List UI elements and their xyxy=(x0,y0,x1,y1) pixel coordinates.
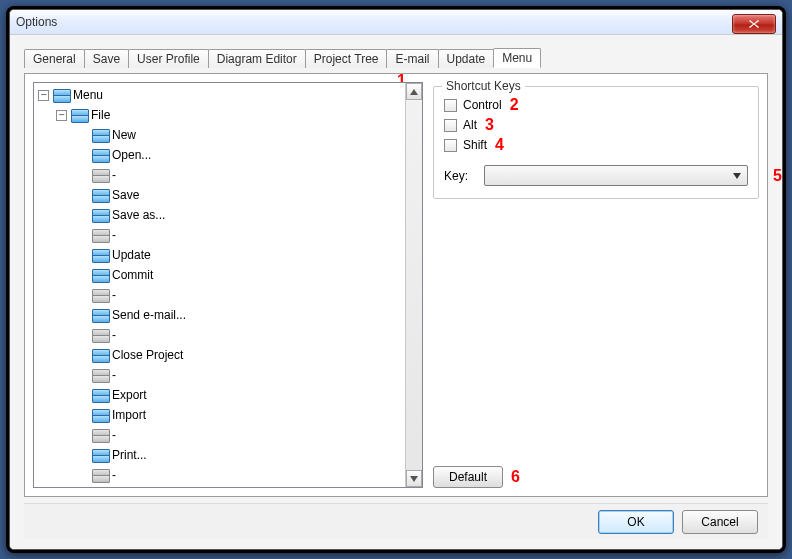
annotation-6: 6 xyxy=(511,468,520,486)
menu-item-icon xyxy=(92,128,108,142)
tree-label: Close Project xyxy=(112,348,183,362)
tree-row[interactable]: Import xyxy=(36,405,405,425)
titlebar[interactable]: Options xyxy=(10,10,782,35)
separator-icon xyxy=(92,228,108,242)
tree-row-menu[interactable]: − Menu xyxy=(36,85,405,105)
tree-row[interactable]: - xyxy=(36,365,405,385)
separator-icon xyxy=(92,468,108,482)
menu-item-icon xyxy=(92,208,108,222)
tree-row[interactable]: - xyxy=(36,165,405,185)
tree-row[interactable]: Print... xyxy=(36,445,405,465)
tab-strip: General Save User Profile Diagram Editor… xyxy=(24,45,768,67)
collapse-icon[interactable]: − xyxy=(38,90,49,101)
ok-button[interactable]: OK xyxy=(598,510,674,534)
tree-row[interactable]: - xyxy=(36,465,405,485)
tree-row[interactable]: Save xyxy=(36,185,405,205)
scroll-track[interactable] xyxy=(406,100,422,470)
menu-item-icon xyxy=(92,188,108,202)
tab-diagram-editor[interactable]: Diagram Editor xyxy=(208,49,306,68)
tree-label: - xyxy=(112,228,116,242)
control-checkbox[interactable] xyxy=(444,99,457,112)
tab-email[interactable]: E-mail xyxy=(386,49,438,68)
menu-item-icon xyxy=(92,268,108,282)
separator-icon xyxy=(92,288,108,302)
tree-label: - xyxy=(112,468,116,482)
tree-label: Print... xyxy=(112,448,147,462)
tab-update[interactable]: Update xyxy=(438,49,495,68)
separator-icon xyxy=(92,328,108,342)
window-title: Options xyxy=(16,15,57,29)
annotation-5: 5 xyxy=(773,167,782,185)
shift-checkbox[interactable] xyxy=(444,139,457,152)
menu-item-icon xyxy=(92,348,108,362)
file-folder-icon xyxy=(71,108,87,122)
chevron-down-icon xyxy=(410,476,418,482)
tree-label: - xyxy=(112,368,116,382)
tree-label: Open... xyxy=(112,148,151,162)
tab-user-profile[interactable]: User Profile xyxy=(128,49,209,68)
menu-item-icon xyxy=(92,308,108,322)
separator-icon xyxy=(92,168,108,182)
shift-label: Shift xyxy=(463,138,487,152)
chevron-up-icon xyxy=(410,89,418,95)
tree-label: Export xyxy=(112,388,147,402)
alt-checkbox[interactable] xyxy=(444,119,457,132)
tree-label: Send e-mail... xyxy=(112,308,186,322)
tree-row[interactable]: New xyxy=(36,125,405,145)
tree-label: Save as... xyxy=(112,208,165,222)
menu-item-icon xyxy=(92,248,108,262)
key-combobox[interactable] xyxy=(484,165,748,186)
tree-row[interactable]: Close Project xyxy=(36,345,405,365)
tree-row[interactable]: Commit xyxy=(36,265,405,285)
tree-label: File xyxy=(91,108,110,122)
tree-label: Import xyxy=(112,408,146,422)
separator-icon xyxy=(92,428,108,442)
tree-scrollbar[interactable] xyxy=(405,83,422,487)
scroll-down-button[interactable] xyxy=(406,470,422,487)
annotation-3: 3 xyxy=(485,116,494,134)
tree-label: Menu xyxy=(73,88,103,102)
menu-item-icon xyxy=(92,148,108,162)
collapse-icon[interactable]: − xyxy=(56,110,67,121)
tree-row[interactable]: Save as... xyxy=(36,205,405,225)
tab-menu[interactable]: Menu xyxy=(493,48,541,68)
menu-tree[interactable]: − Menu − File NewOpen...-SaveSave as...-… xyxy=(33,82,423,488)
tree-row-file[interactable]: − File xyxy=(36,105,405,125)
tree-label: Save xyxy=(112,188,139,202)
group-label: Shortcut Keys xyxy=(442,79,525,93)
options-dialog: Options General Save User Profile Diagra… xyxy=(9,9,783,550)
scroll-up-button[interactable] xyxy=(406,83,422,100)
close-icon xyxy=(748,19,760,29)
shortcut-keys-group: Shortcut Keys Control 2 Alt 3 Shift xyxy=(433,86,759,199)
cancel-button[interactable]: Cancel xyxy=(682,510,758,534)
tab-save[interactable]: Save xyxy=(84,49,129,68)
dialog-footer: OK Cancel xyxy=(24,503,768,539)
menu-item-icon xyxy=(92,448,108,462)
tree-row[interactable]: Open... xyxy=(36,145,405,165)
tab-project-tree[interactable]: Project Tree xyxy=(305,49,388,68)
menu-item-icon xyxy=(92,388,108,402)
close-button[interactable] xyxy=(732,14,776,34)
annotation-4: 4 xyxy=(495,136,504,154)
tree-row[interactable]: Send e-mail... xyxy=(36,305,405,325)
tree-label: - xyxy=(112,328,116,342)
tree-label: New xyxy=(112,128,136,142)
tab-general[interactable]: General xyxy=(24,49,85,68)
tree-label: - xyxy=(112,428,116,442)
tree-row[interactable]: - xyxy=(36,285,405,305)
tree-row[interactable]: - xyxy=(36,225,405,245)
control-label: Control xyxy=(463,98,502,112)
tree-row[interactable]: - xyxy=(36,325,405,345)
tab-panel: 1 − Menu − File NewOpen...-SaveSave as..… xyxy=(24,73,768,497)
menu-item-icon xyxy=(92,408,108,422)
alt-label: Alt xyxy=(463,118,477,132)
default-button[interactable]: Default xyxy=(433,466,503,488)
tree-row[interactable]: Update xyxy=(36,245,405,265)
separator-icon xyxy=(92,368,108,382)
tree-row[interactable]: Export xyxy=(36,385,405,405)
tree-label: - xyxy=(112,288,116,302)
tree-row[interactable]: - xyxy=(36,425,405,445)
tree-label: Update xyxy=(112,248,151,262)
annotation-2: 2 xyxy=(510,96,519,114)
tree-label: - xyxy=(112,168,116,182)
